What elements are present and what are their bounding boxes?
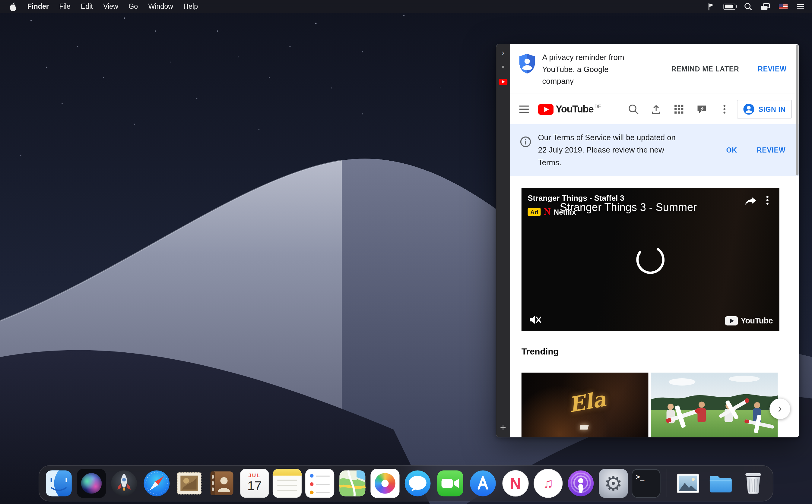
youtube-play-icon: [538, 104, 554, 115]
spotlight-icon[interactable]: [744, 3, 752, 11]
menu-go[interactable]: Go: [123, 0, 143, 13]
terms-review-button[interactable]: REVIEW: [757, 146, 786, 154]
sign-in-button[interactable]: SIGN IN: [737, 100, 792, 118]
dock-safari[interactable]: [142, 469, 171, 498]
guide-menu-icon[interactable]: [517, 102, 532, 116]
ad-info-row: Ad N Netflix: [528, 206, 576, 217]
dock-contacts[interactable]: [207, 469, 236, 498]
video-title-overlay: Stranger Things - Staffel 3: [528, 194, 624, 202]
add-panel-button[interactable]: +: [500, 422, 506, 433]
scrollbar-thumb[interactable]: [796, 45, 799, 175]
desktop: Finder File Edit View Go Window Help: [0, 0, 812, 504]
terms-ok-button[interactable]: OK: [726, 146, 737, 154]
thumbnail-title-art: Ela: [567, 386, 608, 417]
battery-icon[interactable]: [723, 3, 735, 10]
dock-news[interactable]: N: [501, 469, 530, 498]
dock-podcasts[interactable]: [566, 469, 595, 498]
privacy-banner-text: A privacy reminder from YouTube, a Googl…: [542, 51, 636, 87]
terminal-prompt-glyph: >_: [636, 472, 644, 480]
dock-reminders[interactable]: [305, 469, 334, 498]
privacy-shield-icon: [519, 53, 536, 74]
dock-facetime[interactable]: [436, 469, 465, 498]
dock-messages[interactable]: [403, 469, 432, 498]
youtube-logo[interactable]: YouTube DE: [538, 103, 602, 115]
player-menu-icon[interactable]: [763, 195, 772, 205]
menu-bar: Finder File Edit View Go Window Help: [0, 0, 812, 13]
dock-siri[interactable]: [77, 469, 106, 498]
menu-edit[interactable]: Edit: [76, 0, 98, 13]
youtube-page: A privacy reminder from YouTube, a Googl…: [510, 44, 799, 437]
apple-menu[interactable]: [5, 2, 22, 11]
music-note-glyph: ♫: [543, 475, 554, 491]
privacy-banner: A privacy reminder from YouTube, a Googl…: [510, 44, 799, 94]
apps-grid-icon[interactable]: [673, 103, 685, 115]
trending-thumbnail-planes[interactable]: [651, 373, 778, 437]
apple-logo-icon: [9, 2, 17, 11]
calendar-month: JUL: [248, 472, 261, 478]
terms-notice-text: Our Terms of Service will be updated on …: [538, 131, 677, 169]
dock-system-preferences[interactable]: ⚙: [599, 469, 628, 498]
info-icon: [520, 136, 532, 148]
dock-photos[interactable]: [370, 469, 399, 498]
dock-downloads-folder[interactable]: [706, 469, 735, 498]
youtube-header: YouTube DE: [510, 94, 799, 124]
kebab-menu-icon[interactable]: [718, 103, 731, 115]
avatar-icon: [743, 103, 754, 115]
youtube-tab-icon[interactable]: [499, 79, 507, 85]
flag-icon[interactable]: [707, 2, 715, 11]
remind-me-later-button[interactable]: REMIND ME LATER: [671, 65, 739, 73]
dock-notes[interactable]: [273, 469, 302, 498]
watermark-play-icon: [725, 316, 738, 326]
netflix-logo: N: [544, 206, 551, 217]
muted-volume-icon[interactable]: [529, 314, 542, 326]
calendar-day: 17: [247, 478, 262, 493]
ad-badge: Ad: [528, 208, 541, 216]
search-icon[interactable]: [627, 103, 639, 115]
share-icon[interactable]: [744, 196, 757, 206]
dock-music[interactable]: ♫: [534, 469, 563, 498]
trending-shelf: Ela: [522, 373, 799, 437]
dock-trash[interactable]: [739, 469, 768, 498]
trending-heading: Trending: [522, 347, 799, 357]
privacy-review-button[interactable]: REVIEW: [758, 65, 787, 73]
dock-maps[interactable]: [338, 469, 367, 498]
news-letter: N: [510, 475, 521, 492]
dock-mail[interactable]: [175, 469, 204, 498]
dock-app-store[interactable]: [469, 469, 498, 498]
menu-window[interactable]: Window: [143, 0, 178, 13]
advertiser-name: Netflix: [554, 208, 576, 216]
loading-spinner: [634, 244, 666, 276]
dock-launchpad[interactable]: [109, 469, 138, 498]
notification-center-icon[interactable]: [796, 3, 804, 10]
terms-notice: Our Terms of Service will be updated on …: [510, 124, 799, 176]
displays-icon[interactable]: [761, 3, 770, 10]
menu-finder[interactable]: Finder: [22, 0, 54, 13]
panel-sidebar: › +: [496, 44, 510, 437]
youtube-panel-window: › + A p: [496, 44, 799, 437]
next-arrow-button[interactable]: ›: [769, 398, 790, 419]
youtube-watermark: YouTube: [725, 316, 773, 326]
trending-thumbnail-ela[interactable]: Ela: [522, 373, 649, 437]
dock-calendar[interactable]: JUL 17: [240, 469, 269, 498]
dock: JUL 17: [39, 465, 773, 501]
youtube-wordmark: YouTube: [556, 103, 593, 115]
dock-terminal[interactable]: >_: [632, 469, 661, 498]
tab-indicator-dot: [502, 66, 505, 68]
dock-separator: [667, 469, 667, 497]
keyboard-input-flag-icon[interactable]: [779, 4, 788, 9]
menu-view[interactable]: View: [98, 0, 123, 13]
dock-finder[interactable]: [44, 469, 73, 498]
expand-panel-button[interactable]: ›: [502, 49, 505, 56]
gear-icon: ⚙: [604, 473, 623, 494]
menu-help[interactable]: Help: [178, 0, 203, 13]
ad-headline-overlay: Stranger Things 3 - Summer: [560, 201, 697, 214]
video-player[interactable]: Stranger Things - Staffel 3 Ad N Netflix…: [522, 188, 779, 331]
menu-file[interactable]: File: [54, 0, 76, 13]
messages-icon[interactable]: [695, 103, 708, 115]
region-code: DE: [595, 103, 602, 109]
dock-screenshot-file[interactable]: [674, 469, 703, 498]
upload-icon[interactable]: [650, 103, 662, 115]
